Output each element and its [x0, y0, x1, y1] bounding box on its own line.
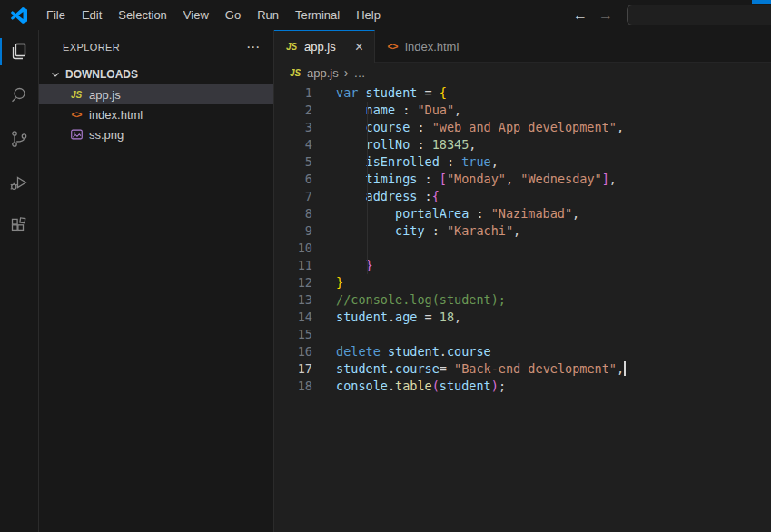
code-line-7[interactable]: 7 address :{ — [274, 188, 771, 205]
line-number: 12 — [274, 274, 336, 291]
code-editor[interactable]: 1var student = {2 name : "Dua",3 course … — [274, 83, 771, 532]
file-item-index.html[interactable]: <>index.html — [39, 104, 273, 124]
source-control-icon[interactable] — [0, 117, 39, 161]
menu-run[interactable]: Run — [249, 0, 287, 30]
menubar: FileEditSelectionViewGoRunTerminalHelp — [38, 0, 389, 30]
code-line-12[interactable]: 12} — [274, 274, 771, 291]
file-label: app.js — [89, 88, 121, 102]
code-line-10[interactable]: 10 — [274, 240, 771, 257]
command-center-search[interactable] — [627, 5, 771, 25]
code-line-3[interactable]: 3 course : "web and App development", — [274, 119, 771, 136]
file-label: index.html — [89, 108, 143, 122]
line-number: 9 — [274, 222, 336, 240]
navigate-forward-icon[interactable]: → — [596, 0, 616, 30]
line-number: 4 — [274, 136, 336, 153]
line-content: address :{ — [336, 188, 440, 205]
line-number: 10 — [274, 240, 336, 257]
code-line-5[interactable]: 5 isEnrolled : true, — [274, 153, 771, 171]
menu-edit[interactable]: Edit — [74, 0, 110, 30]
code-line-14[interactable]: 14student.age = 18, — [274, 309, 771, 326]
sidebar-header: EXPLORER ⋯ — [39, 30, 273, 64]
text-cursor — [624, 361, 626, 376]
line-content: var student = { — [336, 84, 447, 102]
breadcrumb-separator-icon: › — [344, 65, 349, 80]
line-number: 14 — [274, 309, 336, 326]
sidebar-explorer: EXPLORER ⋯ DOWNLOADS JSapp.js<>index.htm… — [39, 30, 274, 532]
image-file-icon — [70, 129, 83, 140]
breadcrumb-file[interactable]: app.js — [307, 66, 339, 80]
line-content: name : "Dua", — [336, 102, 461, 119]
code-line-17[interactable]: 17student.course= "Back-end development"… — [274, 360, 771, 378]
code-line-16[interactable]: 16delete student.course — [274, 343, 771, 360]
workbench: EXPLORER ⋯ DOWNLOADS JSapp.js<>index.htm… — [0, 30, 771, 532]
line-number: 13 — [274, 291, 336, 309]
sidebar-title: EXPLORER — [63, 42, 120, 53]
code-line-11[interactable]: 11 } — [274, 257, 771, 274]
search-icon[interactable] — [0, 74, 39, 117]
code-line-15[interactable]: 15 — [274, 326, 771, 343]
code-line-18[interactable]: 18console.table(student); — [274, 378, 771, 395]
menu-help[interactable]: Help — [348, 0, 389, 30]
breadcrumb[interactable]: JS app.js › … — [274, 63, 771, 83]
tab-label: index.html — [405, 40, 459, 54]
extensions-icon[interactable] — [0, 204, 39, 248]
code-line-8[interactable]: 8 portalArea : "Nazimabad", — [274, 205, 771, 222]
line-number: 18 — [274, 378, 336, 395]
line-number: 3 — [274, 119, 336, 136]
line-number: 16 — [274, 343, 336, 360]
code-line-9[interactable]: 9 city : "Karachi", — [274, 222, 771, 240]
line-number: 2 — [274, 102, 336, 119]
line-number: 17 — [274, 360, 336, 378]
editor-group: JSapp.js×<>index.html JS app.js › … 1var… — [274, 30, 771, 532]
run-and-debug-icon[interactable] — [0, 161, 39, 204]
line-content: city : "Karachi", — [336, 222, 520, 240]
line-content: } — [336, 274, 343, 291]
line-content: student.course= "Back-end development", — [336, 360, 626, 378]
file-item-ss.png[interactable]: ss.png — [39, 124, 273, 144]
line-content: delete student.course — [336, 343, 491, 360]
code-line-1[interactable]: 1var student = { — [274, 84, 771, 102]
line-number: 5 — [274, 153, 336, 171]
html-file-icon: <> — [70, 109, 83, 120]
tab-index.html[interactable]: <>index.html — [375, 30, 470, 63]
menu-view[interactable]: View — [175, 0, 217, 30]
line-content: course : "web and App development", — [336, 119, 624, 136]
indent-guide — [367, 102, 368, 274]
line-number: 1 — [274, 84, 336, 102]
line-number: 11 — [274, 257, 336, 274]
folder-label: DOWNLOADS — [65, 68, 138, 81]
folder-downloads[interactable]: DOWNLOADS — [39, 64, 273, 84]
line-content: portalArea : "Nazimabad", — [336, 205, 579, 222]
line-content: timings : ["Monday", "Wednesday"], — [336, 171, 617, 188]
menu-selection[interactable]: Selection — [110, 0, 174, 30]
code-line-4[interactable]: 4 rollNo : 18345, — [274, 136, 771, 153]
tab-bar: JSapp.js×<>index.html — [274, 30, 771, 63]
line-number: 15 — [274, 326, 336, 343]
vscode-window: FileEditSelectionViewGoRunTerminalHelp ←… — [0, 0, 771, 532]
code-line-2[interactable]: 2 name : "Dua", — [274, 102, 771, 119]
code-line-13[interactable]: 13//console.log(student); — [274, 291, 771, 309]
tab-app.js[interactable]: JSapp.js× — [274, 30, 375, 63]
file-label: ss.png — [89, 128, 124, 142]
menu-file[interactable]: File — [38, 0, 74, 30]
menu-go[interactable]: Go — [217, 0, 249, 30]
file-list: JSapp.js<>index.htmlss.png — [39, 84, 273, 144]
title-bar: FileEditSelectionViewGoRunTerminalHelp ←… — [0, 0, 771, 30]
line-number: 8 — [274, 205, 336, 222]
line-content: isEnrolled : true, — [336, 153, 499, 171]
chevron-down-icon — [48, 67, 63, 82]
code-lines: 1var student = {2 name : "Dua",3 course … — [274, 84, 771, 395]
file-item-app.js[interactable]: JSapp.js — [39, 84, 273, 104]
breadcrumb-symbol-ellipsis[interactable]: … — [353, 66, 365, 80]
menu-terminal[interactable]: Terminal — [287, 0, 348, 30]
js-file-icon: JS — [70, 90, 83, 100]
line-content: //console.log(student); — [336, 291, 506, 309]
line-content: console.table(student); — [336, 378, 506, 395]
navigate-back-icon[interactable]: ← — [570, 0, 590, 30]
line-number: 6 — [274, 171, 336, 188]
activity-bar — [0, 30, 39, 532]
more-actions-icon[interactable]: ⋯ — [246, 39, 261, 55]
close-icon[interactable]: × — [355, 40, 363, 54]
code-line-6[interactable]: 6 timings : ["Monday", "Wednesday"], — [274, 171, 771, 188]
explorer-icon[interactable] — [0, 30, 39, 74]
